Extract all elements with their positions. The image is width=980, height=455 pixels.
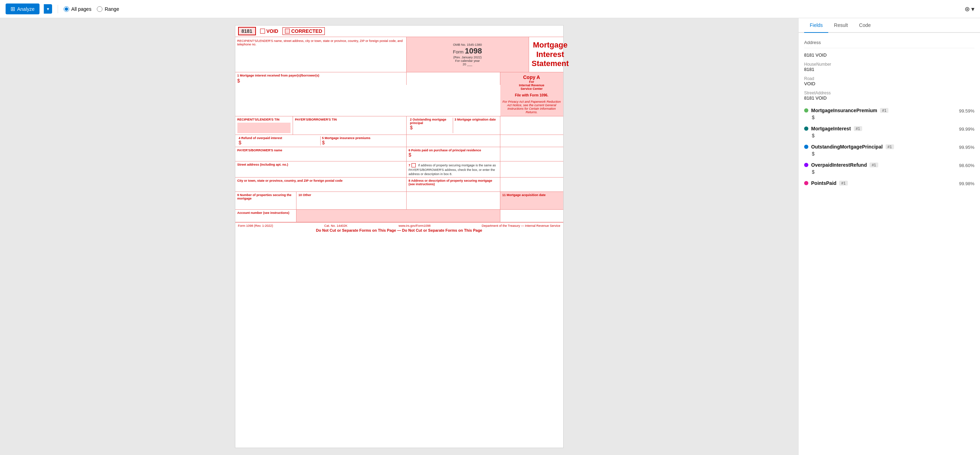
right-panel: Fields Result Code Address 8181 VOID Hou… (798, 18, 980, 455)
fields-list: MortgageInsurancePremium #1 99.59% $ Mor… (804, 108, 974, 187)
file-with: File with Form 1096. (515, 93, 549, 97)
box10-cell: 10 Other (296, 192, 407, 209)
box7-label: 7 (409, 163, 410, 167)
box4-mid (407, 135, 500, 147)
box5-dollar: $ (322, 140, 403, 145)
acct-label: Account number (see instructions) (237, 211, 294, 214)
box2-dollar: $ (410, 125, 452, 130)
corrected-checkbox[interactable] (285, 29, 290, 33)
payer-name-cell: PAYER'S/BORROWER'S name (235, 147, 407, 161)
field-item-overpaidinterestrefund: OverpaidInterestRefund #1 98.60% $ (804, 162, 974, 175)
road-label: Road (804, 76, 974, 81)
all-pages-option[interactable]: All pages (64, 6, 92, 12)
road-field: Road VOID (804, 76, 974, 86)
box8-label: 8 Address or description of property sec… (409, 179, 498, 186)
payer-name-row: PAYER'S/BORROWER'S name 6 Points paid on… (235, 147, 563, 162)
cal-year-value: 20 ___ (463, 63, 473, 66)
field-confidence-outstandingmortgageprincipal: 99.95% (959, 145, 974, 150)
field-value-mortgageinsurancepremium: $ (804, 115, 974, 120)
privacy-notice: For Privacy Act and Paperwork Reduction … (503, 100, 561, 114)
box10-mid (407, 192, 500, 209)
layers-dropdown-icon: ▾ (971, 5, 974, 13)
acct-right (500, 210, 563, 222)
layers-button[interactable]: ⊛ ▾ (965, 5, 974, 13)
payer-tin-label: PAYER'S/BORROWER'S TIN (295, 118, 404, 121)
copy-a-service: Service Center (520, 87, 542, 90)
OverpaidInterestRefund-dot (804, 163, 808, 167)
form-header-row: 8181 VOID CORRECTED (235, 25, 563, 37)
street-address-value: 8181 VOID (804, 95, 974, 101)
recipient-name-cell: RECIPIENT'S/LENDER'S name, street addres… (235, 37, 407, 72)
form-center-cell: OMB No. 1545-1380 Form 1098 (Rev. Januar… (407, 37, 529, 72)
document-area: 8181 VOID CORRECTED RECIPIENT'S/LENDER'S… (0, 18, 798, 455)
box2-cell: 2 Outstanding mortgage principal $ (409, 118, 453, 133)
form-title-cell: Mortgage Interest Statement (529, 37, 572, 72)
range-option[interactable]: Range (97, 6, 119, 12)
box6-dollar: $ (409, 152, 498, 158)
box1-mid (407, 72, 500, 85)
analyze-icon: ⊞ (11, 6, 15, 12)
box4-dollar: $ (239, 140, 319, 145)
box1-cell: 1 Mortgage interest received from payer(… (235, 72, 407, 85)
footer-cat: Cat. No. 14402K (324, 224, 348, 227)
panel-content: Address 8181 VOID HouseNumber 8181 Road … (799, 33, 980, 455)
all-pages-radio[interactable] (64, 6, 69, 12)
void-checkbox[interactable] (260, 29, 265, 33)
box9-row: 9 Number of properties securing the mort… (235, 192, 563, 210)
acct-value-cell (296, 210, 500, 222)
box9-label: 9 Number of properties securing the mort… (237, 193, 294, 200)
box7-text: If address of property securing mortgage… (409, 163, 496, 176)
box1-dollar: $ (237, 78, 404, 84)
range-radio[interactable] (97, 6, 102, 12)
tab-code[interactable]: Code (853, 18, 876, 33)
footer-donotcut: Do Not Cut or Separate Forms on This Pag… (238, 228, 560, 232)
page-range-group: All pages Range (64, 6, 119, 12)
MortgageInterest-dot (804, 127, 808, 131)
house-number-label: HouseNumber (804, 62, 974, 67)
box6-section: 6 Points paid on purchase of principal r… (407, 147, 500, 161)
all-pages-label: All pages (71, 6, 92, 12)
copy-a-section: Copy A For Internal Revenue Service Cent… (500, 72, 563, 116)
field-value-mortgageinterest: $ (804, 133, 974, 138)
form-8181-box: 8181 (238, 27, 256, 35)
tab-fields[interactable]: Fields (804, 18, 828, 33)
payer-tin-cell: PAYER'S/BORROWER'S TIN (293, 116, 407, 135)
PointsPaid-dot (804, 181, 808, 185)
form-number: 1098 (465, 46, 482, 55)
toolbar-divider (58, 5, 58, 13)
field-name-mortgageinterest: MortgageInterest #1 (804, 126, 862, 132)
cal-year-label: For calendar year (455, 59, 480, 63)
tab-result[interactable]: Result (828, 18, 853, 33)
field-confidence-pointspaid: 99.98% (959, 181, 974, 186)
toolbar-right: ⊛ ▾ (965, 5, 974, 13)
box9-cell: 9 Number of properties securing the mort… (235, 192, 296, 209)
city-cell: City or town, state or province, country… (235, 178, 407, 192)
form-footer-top: Form 1098 (Rev. 1-2022) Cat. No. 14402K … (238, 224, 560, 227)
acct-label-cell: Account number (see instructions) (235, 210, 296, 222)
form-1098: 8181 VOID CORRECTED RECIPIENT'S/LENDER'S… (235, 25, 563, 448)
box1-label: 1 Mortgage interest received from payer(… (237, 74, 404, 77)
copy-a-irs: Internal Revenue (519, 84, 544, 87)
omb-no: OMB No. 1545-1380 (453, 43, 482, 46)
analyze-button[interactable]: ⊞ Analyze (6, 3, 40, 14)
street-address-field: StreetAddress 8181 VOID (804, 90, 974, 101)
box4-label: 4 Refund of overpaid interest (239, 136, 319, 140)
address-8181-void-field: 8181 VOID (804, 52, 974, 58)
footer-dept: Department of the Treasury — Internal Re… (482, 224, 560, 227)
box8-cell: 8 Address or description of property sec… (407, 178, 500, 192)
toolbar: ⊞ Analyze ▾ All pages Range ⊛ ▾ (0, 0, 980, 18)
analyze-dropdown-button[interactable]: ▾ (44, 4, 52, 14)
box7-checkbox[interactable] (412, 163, 416, 167)
layers-icon: ⊛ (965, 5, 970, 13)
box1-row: 1 Mortgage interest received from payer(… (235, 72, 563, 116)
recipient-label: RECIPIENT'S/LENDER'S name, street addres… (237, 39, 404, 46)
street-label: Street address (including apt. no.) (237, 163, 404, 166)
address-8181-void-value: 8181 VOID (804, 52, 974, 58)
panel-tabs: Fields Result Code (799, 18, 980, 33)
copy-a-title: Copy A (523, 75, 540, 80)
title-line2: Interest (536, 50, 564, 59)
address-section-label: Address (804, 40, 821, 45)
corrected-box: CORRECTED (283, 27, 325, 35)
box11-label: 11 Mortgage acquisition date (503, 193, 561, 197)
field-item-pointspaid: PointsPaid #1 99.98% (804, 180, 974, 187)
